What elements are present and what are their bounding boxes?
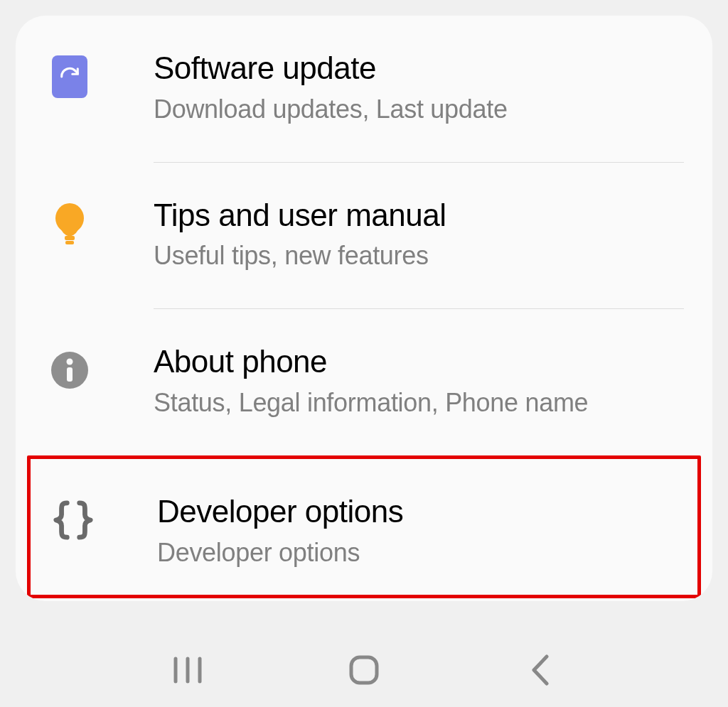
braces-icon bbox=[52, 499, 95, 541]
svg-rect-9 bbox=[351, 657, 377, 683]
settings-item-developer-options[interactable]: Developer options Developer options bbox=[27, 455, 701, 599]
settings-item-text: Tips and user manual Useful tips, new fe… bbox=[154, 197, 691, 274]
navigation-bar bbox=[0, 632, 728, 707]
lightbulb-icon bbox=[48, 203, 91, 245]
svg-rect-5 bbox=[67, 367, 73, 382]
info-icon bbox=[48, 349, 91, 392]
settings-item-subtitle: Useful tips, new features bbox=[154, 239, 691, 273]
svg-rect-1 bbox=[65, 236, 75, 240]
settings-item-subtitle: Developer options bbox=[157, 536, 687, 570]
recents-button[interactable] bbox=[166, 649, 209, 691]
settings-item-tips[interactable]: Tips and user manual Useful tips, new fe… bbox=[16, 163, 712, 309]
settings-item-text: Software update Download updates, Last u… bbox=[154, 50, 691, 126]
svg-rect-2 bbox=[65, 241, 74, 244]
settings-card: Software update Download updates, Last u… bbox=[16, 16, 712, 601]
svg-point-4 bbox=[67, 359, 73, 365]
settings-item-subtitle: Status, Legal information, Phone name bbox=[154, 387, 691, 420]
settings-item-subtitle: Download updates, Last update bbox=[154, 93, 691, 126]
settings-item-about-phone[interactable]: About phone Status, Legal information, P… bbox=[16, 309, 712, 455]
home-button[interactable] bbox=[343, 649, 385, 691]
settings-item-title: Tips and user manual bbox=[154, 197, 691, 234]
software-update-icon bbox=[48, 55, 91, 98]
back-button[interactable] bbox=[519, 649, 562, 691]
settings-item-software-update[interactable]: Software update Download updates, Last u… bbox=[16, 16, 712, 162]
settings-item-text: About phone Status, Legal information, P… bbox=[154, 343, 691, 420]
settings-item-title: Developer options bbox=[157, 493, 687, 531]
settings-list: Software update Download updates, Last u… bbox=[16, 16, 712, 598]
settings-item-title: About phone bbox=[154, 343, 691, 381]
settings-item-title: Software update bbox=[154, 50, 691, 87]
settings-item-text: Developer options Developer options bbox=[157, 493, 687, 570]
